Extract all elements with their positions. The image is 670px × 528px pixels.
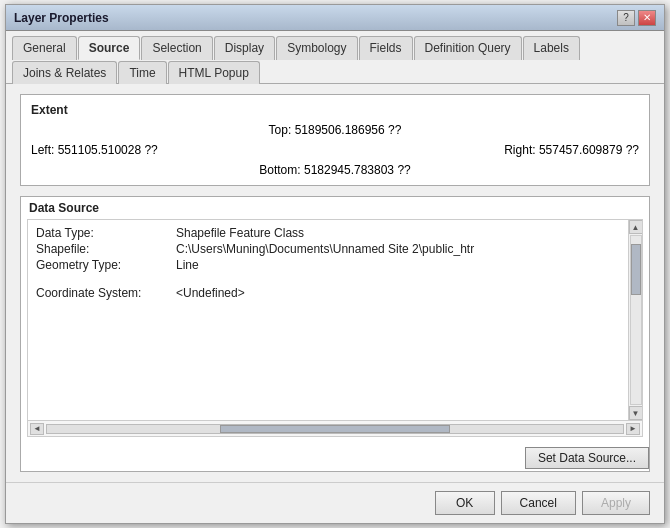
- ds-row-datatype: Data Type: Shapefile Feature Class: [36, 226, 634, 240]
- tabs-row: General Source Selection Display Symbolo…: [6, 31, 664, 84]
- ds-row-geomtype: Geometry Type: Line: [36, 258, 634, 272]
- extent-bottom: Bottom: 5182945.783803 ??: [31, 163, 639, 177]
- help-button[interactable]: ?: [617, 10, 635, 26]
- scroll-thumb-horizontal[interactable]: [220, 425, 450, 433]
- horizontal-scrollbar[interactable]: ◄ ►: [28, 420, 642, 436]
- tab-fields[interactable]: Fields: [359, 36, 413, 60]
- tab-symbology[interactable]: Symbology: [276, 36, 357, 60]
- cancel-button[interactable]: Cancel: [501, 491, 576, 515]
- title-bar-buttons: ? ✕: [617, 10, 656, 26]
- ds-val-coordsys: <Undefined>: [176, 286, 245, 300]
- scroll-up-button[interactable]: ▲: [629, 220, 643, 234]
- extent-bottom-label: Bottom:: [259, 163, 300, 177]
- scroll-track-vertical[interactable]: [630, 235, 642, 405]
- ds-key-geomtype: Geometry Type:: [36, 258, 176, 272]
- scroll-thumb-vertical[interactable]: [631, 244, 641, 294]
- close-button[interactable]: ✕: [638, 10, 656, 26]
- extent-section: Extent Top: 5189506.186956 ?? Left: 5511…: [20, 94, 650, 186]
- set-data-source-button[interactable]: Set Data Source...: [525, 447, 649, 469]
- tab-html-popup[interactable]: HTML Popup: [168, 61, 260, 84]
- datasource-content: Data Type: Shapefile Feature Class Shape…: [27, 219, 643, 437]
- apply-button[interactable]: Apply: [582, 491, 650, 515]
- datasource-label: Data Source: [21, 197, 649, 219]
- vertical-scrollbar[interactable]: ▲ ▼: [628, 220, 642, 420]
- tab-definition-query[interactable]: Definition Query: [414, 36, 522, 60]
- extent-right: Right: 557457.609879 ??: [335, 143, 639, 157]
- set-source-row: Set Data Source...: [21, 443, 649, 471]
- window-title: Layer Properties: [14, 11, 109, 25]
- extent-bottom-value: 5182945.783803 ??: [304, 163, 411, 177]
- ds-key-datatype: Data Type:: [36, 226, 176, 240]
- tab-selection[interactable]: Selection: [141, 36, 212, 60]
- footer: OK Cancel Apply: [6, 482, 664, 523]
- scroll-track-horizontal[interactable]: [46, 424, 624, 434]
- extent-left: Left: 551105.510028 ??: [31, 143, 335, 157]
- ds-val-datatype: Shapefile Feature Class: [176, 226, 304, 240]
- ds-row-coordsys: Coordinate System: <Undefined>: [36, 286, 634, 300]
- ds-val-shapefile: C:\Users\Muning\Documents\Unnamed Site 2…: [176, 242, 474, 256]
- scroll-right-button[interactable]: ►: [626, 423, 640, 435]
- tab-time[interactable]: Time: [118, 61, 166, 84]
- extent-top-label: Top:: [269, 123, 292, 137]
- ds-key-shapefile: Shapefile:: [36, 242, 176, 256]
- datasource-section: Data Source Data Type: Shapefile Feature…: [20, 196, 650, 472]
- tab-joins-relates[interactable]: Joins & Relates: [12, 61, 117, 84]
- extent-grid: Top: 5189506.186956 ?? Left: 551105.5100…: [31, 123, 639, 177]
- layer-properties-window: Layer Properties ? ✕ General Source Sele…: [5, 4, 665, 524]
- extent-label: Extent: [31, 103, 639, 117]
- datasource-inner[interactable]: Data Type: Shapefile Feature Class Shape…: [28, 220, 642, 420]
- extent-top: Top: 5189506.186956 ??: [31, 123, 639, 137]
- scroll-left-button[interactable]: ◄: [30, 423, 44, 435]
- title-bar: Layer Properties ? ✕: [6, 5, 664, 31]
- scroll-down-button[interactable]: ▼: [629, 406, 643, 420]
- tab-labels[interactable]: Labels: [523, 36, 580, 60]
- ds-key-coordsys: Coordinate System:: [36, 286, 176, 300]
- tab-content: Extent Top: 5189506.186956 ?? Left: 5511…: [6, 84, 664, 482]
- tab-display[interactable]: Display: [214, 36, 275, 60]
- ds-row-shapefile: Shapefile: C:\Users\Muning\Documents\Unn…: [36, 242, 634, 256]
- ok-button[interactable]: OK: [435, 491, 495, 515]
- tab-general[interactable]: General: [12, 36, 77, 60]
- extent-top-value: 5189506.186956 ??: [295, 123, 402, 137]
- ds-val-geomtype: Line: [176, 258, 199, 272]
- ds-row-empty: [36, 274, 634, 284]
- tab-source[interactable]: Source: [78, 36, 141, 60]
